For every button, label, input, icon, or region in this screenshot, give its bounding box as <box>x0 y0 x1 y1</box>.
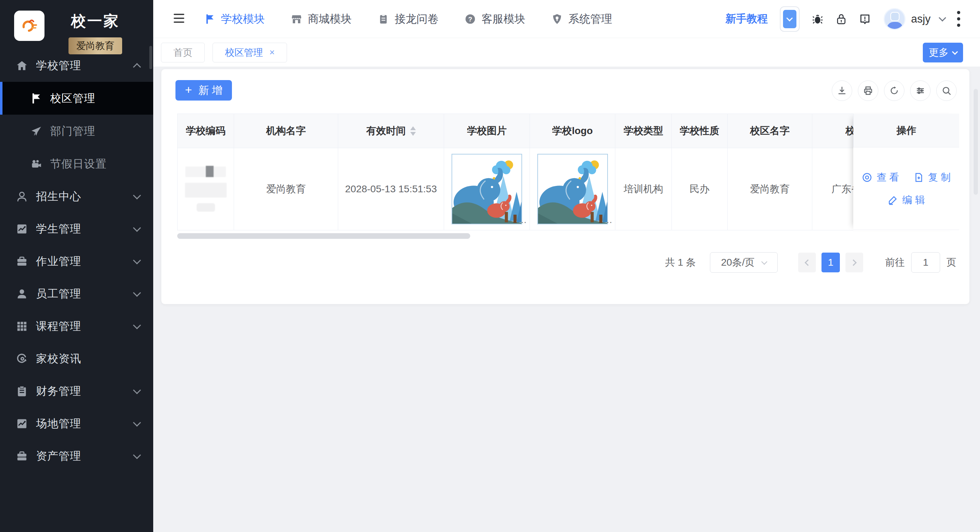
flag-icon <box>30 92 42 105</box>
sidebar-item-staff-management[interactable]: 员工管理 <box>0 278 153 310</box>
tab-home[interactable]: 首页 <box>161 43 205 62</box>
school-code-redacted <box>185 167 227 212</box>
bug-report-icon[interactable] <box>811 13 824 25</box>
cell-school-image: .. <box>444 148 530 230</box>
trend-chart-icon <box>16 417 28 430</box>
pagination: 共 1 条 20条/页 1 前往 页 <box>665 252 956 273</box>
campus-table: 学校编码 机构名字 有效时间 学校图片 学校logo 学校类型 学校性质 校区名… <box>177 114 959 239</box>
sidebar-item-asset-management[interactable]: 资产管理 <box>0 440 153 472</box>
chevron-left-icon <box>805 259 811 266</box>
goto-page-input[interactable] <box>911 252 940 273</box>
chevron-down-icon <box>133 192 141 200</box>
printer-icon[interactable] <box>858 81 878 101</box>
sidebar-item-venue-management[interactable]: 场地管理 <box>0 408 153 440</box>
more-button[interactable]: 更多 <box>923 43 963 62</box>
sidebar-item-campus-management[interactable]: 校区管理 <box>0 82 153 115</box>
content-card: + 新 增 学校编码 机构名字 有效时间 <box>161 69 969 304</box>
feedback-icon[interactable] <box>859 13 871 25</box>
cell-valid-time: 2028-05-13 15:51:53 <box>338 148 444 230</box>
col-operations: 操作 <box>853 114 959 148</box>
questionnaire-icon <box>378 13 389 25</box>
cell-school-nature: 民办 <box>672 148 728 230</box>
username: asjy <box>911 13 931 25</box>
tab-campus-management[interactable]: 校区管理 × <box>213 43 287 62</box>
sidebar-item-holiday-settings[interactable]: 节假日设置 <box>0 148 153 180</box>
shop-icon <box>291 13 302 25</box>
col-valid-time: 有效时间 <box>338 114 444 148</box>
col-school-code: 学校编码 <box>178 114 234 148</box>
sidebar-item-course-management[interactable]: 课程管理 <box>0 310 153 343</box>
table-toolbar <box>832 81 957 101</box>
table-header-row: 学校编码 机构名字 有效时间 学校图片 学校logo 学校类型 学校性质 校区名… <box>178 114 959 148</box>
home-icon <box>16 59 28 72</box>
chevron-down-icon <box>133 224 141 232</box>
flag-icon <box>204 13 215 25</box>
goto-label: 前往 <box>885 256 905 269</box>
page-unit-label: 页 <box>947 256 956 269</box>
eye-icon <box>862 172 872 183</box>
cell-school-code <box>178 148 234 230</box>
col-org-name: 机构名字 <box>234 114 338 148</box>
refresh-icon[interactable] <box>884 81 904 101</box>
lock-icon[interactable] <box>835 13 847 25</box>
help-icon: ? <box>465 13 476 25</box>
scrollbar-thumb[interactable] <box>177 233 470 239</box>
edit-link[interactable]: 编 辑 <box>888 193 925 207</box>
nav-system-module[interactable]: 系统管理 <box>551 12 612 27</box>
col-school-image: 学校图片 <box>444 114 530 148</box>
user-filled-icon <box>16 287 28 300</box>
svg-text:?: ? <box>468 15 472 22</box>
sidebar-item-department-management[interactable]: 部门管理 <box>0 115 153 148</box>
video-camera-icon <box>30 158 42 170</box>
chevron-down-icon <box>133 289 141 297</box>
operations-column: 操作 查 看 复 制 编 辑 <box>853 114 959 231</box>
page-size-select[interactable]: 20条/页 <box>710 252 778 273</box>
kebab-menu-icon[interactable] <box>957 11 960 27</box>
sidebar-item-school-management[interactable]: 学校管理 <box>0 49 153 82</box>
cell-org-name: 爱尚教育 <box>234 148 338 230</box>
cell-operations: 查 看 复 制 编 辑 <box>853 148 959 230</box>
sidebar: 校一家 爱尚教育 学校管理 校区管理 部门管理 节假日设置 招生中心 <box>0 0 153 532</box>
copy-document-icon <box>913 172 924 183</box>
sidebar-item-student-management[interactable]: 学生管理 <box>0 213 153 245</box>
topbar-right: 新手教程 asjy <box>725 6 960 32</box>
clipboard-icon <box>16 385 28 398</box>
page-number-1[interactable]: 1 <box>821 253 840 272</box>
news-icon <box>16 353 28 365</box>
user-menu-chevron-icon[interactable] <box>939 14 946 22</box>
sort-carets[interactable] <box>410 126 416 136</box>
table-row: 爱尚教育 2028-05-13 15:51:53 .. .. 培训机构 民办 <box>178 148 959 230</box>
sidebar-item-homework-management[interactable]: 作业管理 <box>0 245 153 278</box>
tutorial-link[interactable]: 新手教程 <box>725 12 768 26</box>
hamburger-menu-icon[interactable] <box>174 13 186 25</box>
copy-link[interactable]: 复 制 <box>913 171 951 184</box>
sidebar-item-finance-management[interactable]: 财务管理 <box>0 375 153 408</box>
col-campus-name: 校区名字 <box>728 114 812 148</box>
briefcase-icon <box>16 450 28 462</box>
aishang-logo-icon <box>19 15 40 37</box>
nav-mall-module[interactable]: 商城模块 <box>291 12 352 27</box>
chevron-down-icon <box>133 419 141 427</box>
sidebar-item-admissions-center[interactable]: 招生中心 <box>0 180 153 213</box>
close-icon[interactable]: × <box>269 47 275 58</box>
window-scrollbar[interactable] <box>974 89 978 195</box>
col-school-type: 学校类型 <box>615 114 672 148</box>
sidebar-item-home-school-news[interactable]: 家校资讯 <box>0 343 153 375</box>
filter-settings-icon[interactable] <box>910 81 931 101</box>
view-link[interactable]: 查 看 <box>862 171 899 184</box>
avatar[interactable] <box>884 8 905 30</box>
school-image-thumbnail[interactable]: .. <box>452 154 522 224</box>
quick-dropdown-button[interactable] <box>780 6 800 32</box>
nav-school-module[interactable]: 学校模块 <box>204 12 265 27</box>
prev-page-button[interactable] <box>798 253 816 272</box>
nav-questionnaire-module[interactable]: 接龙问卷 <box>378 12 439 27</box>
pen-icon <box>888 195 898 205</box>
nav-support-module[interactable]: ? 客服模块 <box>465 12 525 27</box>
add-button[interactable]: + 新 增 <box>175 80 232 100</box>
search-icon[interactable] <box>936 81 957 101</box>
brand: 校一家 爱尚教育 <box>0 0 153 54</box>
cell-school-logo: .. <box>530 148 615 230</box>
school-logo-thumbnail[interactable]: .. <box>537 154 608 224</box>
download-icon[interactable] <box>832 81 852 101</box>
next-page-button[interactable] <box>845 253 863 272</box>
